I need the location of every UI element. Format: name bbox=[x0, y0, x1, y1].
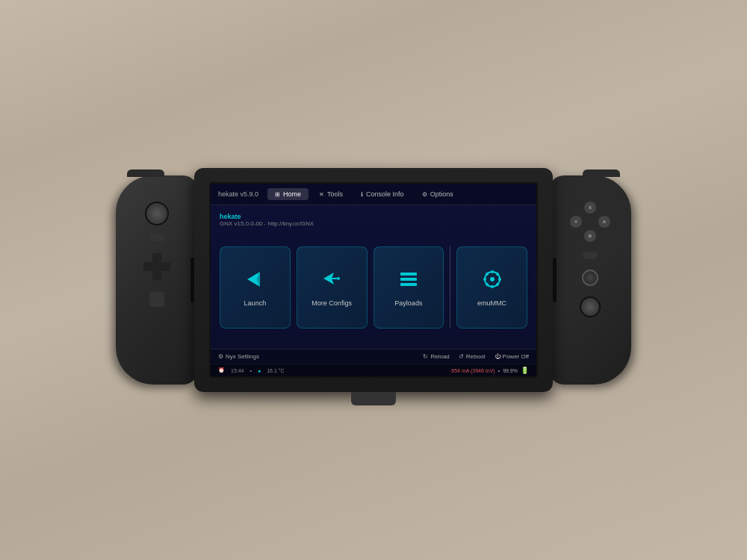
dock-connector bbox=[351, 392, 396, 405]
power-off-button[interactable]: ⏻ Power Off bbox=[495, 353, 529, 360]
reload-icon: ↻ bbox=[423, 353, 428, 360]
reboot-icon: ↺ bbox=[459, 353, 464, 360]
info-icon: ℹ bbox=[361, 191, 363, 198]
temp-icon: ● bbox=[258, 368, 261, 373]
emummc-button[interactable]: emuMMC bbox=[456, 246, 527, 329]
svg-point-13 bbox=[486, 283, 489, 286]
svg-point-7 bbox=[491, 270, 494, 273]
a-button[interactable]: A bbox=[598, 216, 610, 228]
svg-point-8 bbox=[491, 285, 494, 288]
more-configs-label: More Configs bbox=[311, 299, 352, 307]
dpad[interactable] bbox=[143, 253, 170, 280]
time-display: 15:44 bbox=[231, 368, 244, 373]
y-button[interactable]: Y bbox=[570, 216, 582, 228]
tab-console-info[interactable]: ℹ Console Info bbox=[353, 188, 412, 200]
nyx-settings-button[interactable]: ⚙ Nyx Settings bbox=[218, 353, 259, 360]
payloads-icon bbox=[397, 268, 420, 293]
nav-bar: hekate v5.9.0 ⊞ Home ✕ Tools bbox=[211, 184, 536, 205]
grid-icon: ⊞ bbox=[275, 191, 280, 198]
more-configs-button[interactable]: More Configs bbox=[297, 246, 368, 329]
right-stick[interactable] bbox=[580, 296, 601, 317]
svg-point-12 bbox=[496, 273, 499, 276]
tab-tools[interactable]: ✕ Tools bbox=[311, 188, 350, 200]
launch-button[interactable]: Launch bbox=[220, 246, 291, 329]
battery-display: 99.9% bbox=[503, 368, 518, 373]
battery-icon: 🔋 bbox=[521, 367, 529, 374]
switch-screen: hekate v5.9.0 ⊞ Home ✕ Tools bbox=[209, 182, 538, 378]
status-separator: • bbox=[498, 368, 500, 373]
abxy-group: X Y A B bbox=[570, 202, 610, 242]
configs-icon bbox=[320, 268, 343, 293]
main-area: hekate GNX v15.0.0-00 - http://tiny.cc/G… bbox=[211, 205, 536, 349]
reload-button[interactable]: ↻ Reload bbox=[423, 353, 449, 360]
status-bar: ⏰ 15:44 • ● 16.1 °C -954 mA (3946 mV) • … bbox=[211, 364, 536, 376]
minus-button[interactable] bbox=[149, 234, 164, 241]
svg-point-1 bbox=[337, 277, 340, 280]
svg-point-6 bbox=[490, 277, 495, 281]
power-icon: ⏻ bbox=[495, 353, 500, 360]
hekate-subtitle: GNX v15.0.0-00 - http://tiny.cc/GNX bbox=[220, 220, 527, 227]
capture-button[interactable] bbox=[149, 292, 164, 307]
launch-icon bbox=[244, 268, 266, 293]
emummc-label: emuMMC bbox=[477, 299, 506, 307]
temperature-display: 16.1 °C bbox=[267, 368, 284, 373]
x-button[interactable]: X bbox=[584, 202, 596, 214]
reboot-button[interactable]: ↺ Reboot bbox=[459, 353, 486, 360]
payloads-label: Payloads bbox=[394, 299, 422, 307]
tab-home[interactable]: ⊞ Home bbox=[267, 188, 309, 200]
joycon-right: X Y A B bbox=[549, 175, 631, 385]
shoulder-right bbox=[583, 169, 620, 177]
payloads-button[interactable]: Payloads bbox=[374, 246, 444, 329]
switch-body: hekate v5.9.0 ⊞ Home ✕ Tools bbox=[194, 168, 553, 392]
svg-point-9 bbox=[483, 278, 486, 281]
svg-point-11 bbox=[486, 273, 489, 276]
grid-divider bbox=[450, 246, 450, 329]
button-grid: Launch bbox=[220, 233, 527, 341]
emummc-icon bbox=[481, 268, 503, 293]
clock-icon: ⏰ bbox=[218, 367, 225, 373]
joycon-left bbox=[116, 175, 198, 385]
svg-rect-2 bbox=[400, 273, 417, 276]
svg-rect-3 bbox=[400, 278, 417, 281]
plus-button[interactable] bbox=[583, 252, 598, 259]
svg-rect-4 bbox=[400, 283, 417, 286]
svg-point-10 bbox=[498, 278, 501, 281]
current-display: -954 mA (3946 mV) bbox=[450, 368, 495, 373]
gear-icon: ⚙ bbox=[218, 353, 223, 360]
tools-icon: ✕ bbox=[319, 191, 324, 198]
nav-brand: hekate v5.9.0 bbox=[218, 190, 258, 198]
tab-options[interactable]: ⚙ Options bbox=[415, 188, 461, 200]
screen-content: hekate v5.9.0 ⊞ Home ✕ Tools bbox=[211, 184, 536, 376]
bottom-bar: ⚙ Nyx Settings ↻ Reload ↺ Reboot bbox=[211, 349, 536, 364]
launch-label: Launch bbox=[244, 299, 267, 307]
temp-separator: • bbox=[250, 368, 252, 373]
options-icon: ⚙ bbox=[422, 191, 427, 198]
svg-point-14 bbox=[496, 283, 499, 286]
b-button[interactable]: B bbox=[584, 230, 596, 242]
switch-console: hekate v5.9.0 ⊞ Home ✕ Tools bbox=[82, 153, 665, 407]
shoulder-left bbox=[127, 169, 164, 177]
left-stick[interactable] bbox=[145, 202, 169, 225]
hekate-title: hekate bbox=[220, 213, 527, 220]
home-button[interactable] bbox=[582, 270, 598, 286]
